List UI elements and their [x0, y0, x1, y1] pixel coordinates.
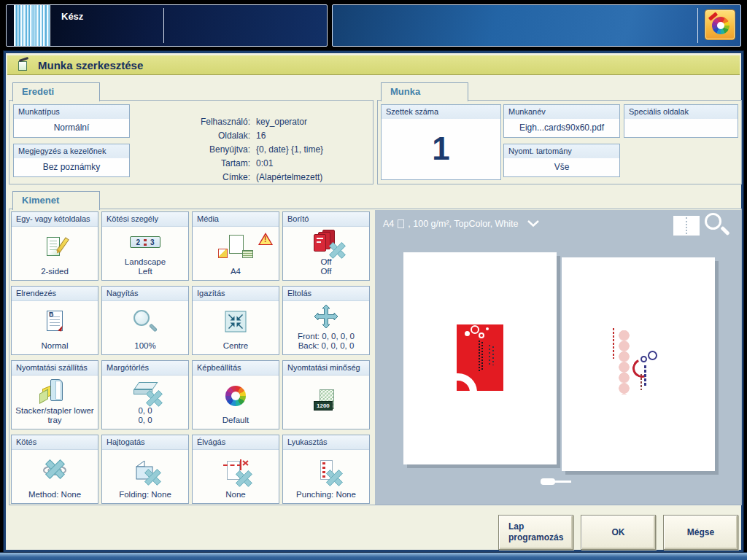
info-value: 16 [256, 131, 323, 141]
tile-image-shift[interactable]: Eltolás Front: 0, 0, 0, 0Back: 0, 0, 0, … [282, 286, 370, 355]
printer-status: Kész [61, 11, 83, 22]
tile-edge-erase[interactable]: Margótörlés 0, 00, 0 [101, 360, 189, 429]
ok-button[interactable]: OK [581, 515, 656, 550]
color-wheel-icon [712, 17, 729, 34]
tile-duplex[interactable]: Egy- vagy kétoldalas 2-sided [11, 211, 98, 281]
tile-value: OffOff [283, 257, 369, 280]
two-sided-icon [43, 236, 66, 258]
tile-value: 2-sided [12, 267, 98, 280]
original-panel: Eredeti Munkatípus Normální Megjegyzés a… [9, 100, 374, 184]
info-value: (Alapértelmezett) [256, 172, 323, 182]
layout-icon: B [43, 311, 66, 332]
output-tray-icon [42, 379, 68, 402]
tile-output-delivery[interactable]: Nyomtatási szállítás Stacker/stapler low… [11, 360, 98, 429]
tile-zoom[interactable]: Nagyítás 100% [101, 286, 189, 355]
tile-label: Hajtogatás [102, 435, 188, 450]
tile-label: Nyomtatási szállítás [12, 361, 98, 376]
tab-original-label: Eredeti [22, 86, 54, 97]
tile-folding[interactable]: Hajtogatás Folding: None [101, 435, 189, 504]
page-thumbnail-back [562, 257, 715, 471]
tile-value: Stacker/stapler lower tray [12, 406, 98, 429]
operator-note-box[interactable]: Megjegyzés a kezelőnek Bez poznámky [13, 144, 130, 177]
dpi-badge: 1200 [314, 401, 333, 411]
brand-stripes-icon [14, 5, 50, 46]
info-label: Benyújtva: [171, 144, 250, 155]
tile-value: None [193, 490, 279, 503]
tile-value: Default [193, 416, 279, 429]
job-panel: Munka Szettek száma 1 Munkanév Eigh...ca… [377, 100, 742, 184]
tile-label: Nyomtatási minőség [283, 361, 369, 376]
tile-print-quality[interactable]: Nyomtatási minőség 1200 [282, 360, 370, 429]
page-thumbnail-front [403, 252, 557, 464]
info-label: Felhasználó: [171, 117, 250, 127]
warning-icon: ! [258, 233, 273, 245]
trimming-icon [223, 459, 248, 481]
special-pages-value [624, 119, 738, 137]
tile-value: 100% [102, 341, 188, 354]
tile-covers[interactable]: Borító OffOff [282, 211, 370, 281]
tile-binding-edge[interactable]: Kötési szegély 23 LandscapeLeft [101, 211, 189, 281]
tile-stitching[interactable]: Kötés Method: None [11, 435, 98, 504]
duplex-link-icon [541, 478, 571, 486]
cancel-button[interactable]: Mégse [663, 515, 738, 550]
print-range-box[interactable]: Nyomt. tartomány Vše [503, 144, 620, 177]
job-type-label: Munkatípus [14, 105, 129, 119]
job-type-box[interactable]: Munkatípus Normální [13, 104, 130, 138]
chevron-down-icon [527, 219, 540, 229]
tab-original[interactable]: Eredeti [12, 82, 100, 101]
print-quality-icon: 1200 [314, 389, 338, 411]
tile-label: Lyukasztás [283, 435, 369, 450]
tile-value: Normal [12, 341, 98, 354]
dialog-titlebar: Munka szerkesztése [7, 55, 740, 75]
job-name-box[interactable]: Munkanév Eigh...cards90x60.pdf [503, 104, 620, 138]
punching-icon [315, 460, 337, 481]
color-wheel-icon [225, 386, 246, 406]
set-count-box[interactable]: Szettek száma 1 [381, 104, 501, 180]
status-panel: Kész [6, 4, 328, 47]
tile-label: Kötés [12, 435, 98, 450]
tab-output-label: Kimenet [22, 195, 59, 206]
tile-label: Borító [283, 212, 369, 227]
job-preview: A4 , 100 g/m², TopColor, White [375, 210, 741, 505]
color-settings-button[interactable] [705, 9, 735, 40]
media-summary-dropdown[interactable]: A4 , 100 g/m², TopColor, White [383, 219, 540, 229]
tile-alignment[interactable]: Igazítás Centre [192, 286, 279, 355]
edit-job-dialog: Munka szerkesztése Eredeti Munkatípus No… [4, 51, 743, 552]
media-icon [218, 235, 253, 260]
spread-view-icon[interactable] [673, 216, 700, 236]
tile-trimming[interactable]: Élvágás None [192, 435, 279, 504]
page-programming-button[interactable]: Lap programozás [498, 515, 573, 550]
edit-job-icon [18, 59, 30, 71]
preview-zoom-icon[interactable] [705, 213, 731, 239]
set-count-label: Szettek száma [382, 105, 500, 119]
card-artwork-front [457, 324, 503, 391]
tile-layout[interactable]: Elrendezés B Normal [11, 286, 98, 355]
tab-job-label: Munka [390, 86, 420, 97]
set-count-value: 1 [382, 119, 500, 179]
special-pages-box[interactable]: Speciális oldalak [624, 104, 738, 138]
tile-value: Folding: None [102, 490, 188, 503]
output-tiles: Egy- vagy kétoldalas 2-sided Kötési szeg… [11, 211, 370, 504]
info-label: Címke: [171, 172, 250, 182]
tab-job[interactable]: Munka [381, 82, 468, 101]
operator-note-label: Megjegyzés a kezelőnek [14, 144, 129, 158]
tile-image-settings[interactable]: Képbeállítás Default [192, 360, 279, 429]
tile-value: Punching: None [283, 490, 369, 503]
tile-media[interactable]: Média ! A4 [192, 211, 279, 281]
info-value: 0:01 [256, 158, 323, 168]
job-name-label: Munkanév [504, 105, 619, 119]
tab-output[interactable]: Kimenet [12, 191, 100, 210]
tile-value: 0, 00, 0 [102, 406, 188, 429]
tile-value: LandscapeLeft [102, 257, 188, 280]
stitch-icon [42, 462, 68, 479]
tile-label: Élvágás [193, 435, 279, 450]
tile-label: Egy- vagy kétoldalas [12, 212, 98, 227]
info-label: Tartam: [171, 158, 250, 168]
topbar-divider [697, 8, 698, 43]
tile-punching[interactable]: Lyukasztás Punching: None [282, 435, 370, 504]
folding-icon [133, 459, 157, 481]
job-type-value: Normální [14, 119, 129, 137]
page-icon [398, 219, 404, 228]
tile-label: Nagyítás [102, 287, 188, 301]
magnifier-icon [132, 310, 158, 333]
